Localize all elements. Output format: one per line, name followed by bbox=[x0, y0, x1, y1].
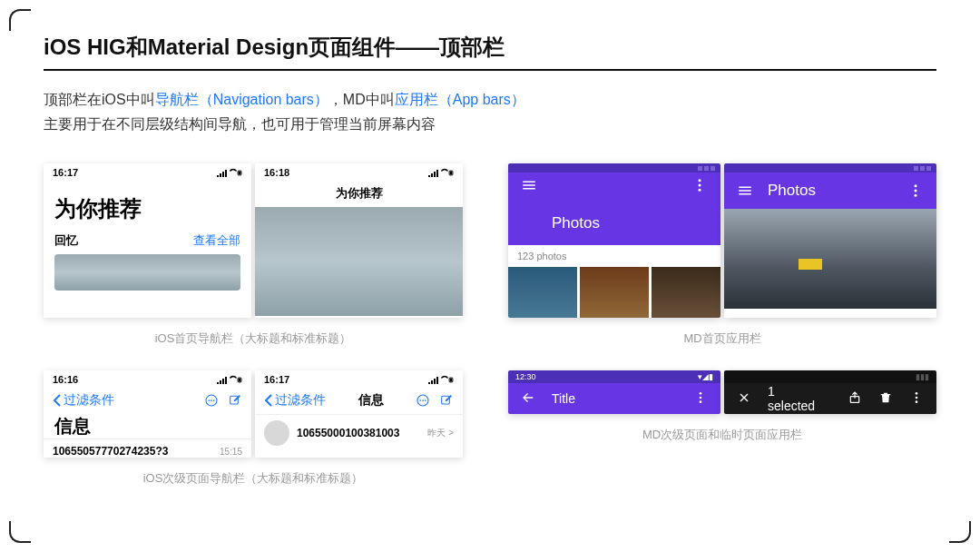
ios-home-caption: iOS首页导航栏（大标题和标准标题） bbox=[44, 330, 463, 347]
status-time: 16:17 bbox=[53, 167, 78, 178]
md-sub-appbar-shot: 12:30 ▾◢▮ Title bbox=[508, 370, 720, 414]
ios-large-title-shot: 16:17 为你推荐 回忆 查看全部 bbox=[44, 163, 251, 318]
close-icon[interactable] bbox=[737, 390, 751, 408]
back-label: 过滤条件 bbox=[275, 392, 326, 409]
md-status-bar: ▮▮▮ bbox=[724, 370, 936, 383]
ios-sub-large-shot: 16:16 过滤条件 bbox=[44, 370, 251, 458]
ios-subheading: 回忆 bbox=[54, 232, 78, 249]
svg-rect-17 bbox=[442, 397, 450, 405]
status-signal-icon bbox=[428, 375, 454, 384]
overflow-icon[interactable] bbox=[909, 390, 924, 408]
overflow-icon[interactable] bbox=[907, 182, 924, 199]
more-icon[interactable] bbox=[416, 393, 430, 408]
md-status-bar bbox=[724, 163, 936, 172]
share-icon[interactable] bbox=[848, 390, 862, 408]
lead-term-appbar: 应用栏（App bars） bbox=[395, 92, 525, 107]
page-title: iOS HIG和Material Design页面组件——顶部栏 bbox=[44, 33, 936, 71]
lead-text-1: 顶部栏在iOS中叫 bbox=[44, 92, 155, 107]
svg-point-21 bbox=[915, 185, 917, 188]
svg-point-28 bbox=[916, 392, 918, 395]
appbar-title: Photos bbox=[768, 182, 816, 200]
svg-point-9 bbox=[213, 400, 215, 402]
svg-point-15 bbox=[422, 400, 424, 402]
overflow-icon[interactable] bbox=[691, 177, 708, 193]
md-sub-caption: MD次级页面和临时页面应用栏 bbox=[508, 427, 936, 443]
svg-rect-1 bbox=[239, 172, 241, 175]
ios-sub-caption: iOS次级页面导航栏（大标题和标准标题） bbox=[44, 470, 463, 487]
svg-point-25 bbox=[700, 397, 702, 399]
menu-icon[interactable] bbox=[521, 177, 537, 193]
svg-point-20 bbox=[699, 189, 701, 192]
svg-point-24 bbox=[700, 392, 702, 395]
md-sub-row: 12:30 ▾◢▮ Title ▮▮▮ 1 selected bbox=[508, 370, 936, 414]
svg-point-16 bbox=[425, 400, 426, 402]
more-icon[interactable] bbox=[204, 393, 219, 408]
message-timestamp: 昨天 > bbox=[427, 427, 454, 439]
md-status-bar: 12:30 ▾◢▮ bbox=[508, 370, 720, 383]
message-number: 10655000100381003 bbox=[297, 427, 399, 439]
status-time: 16:16 bbox=[53, 374, 78, 385]
menu-icon[interactable] bbox=[737, 182, 753, 199]
lead-text-2: ，MD中叫 bbox=[328, 92, 395, 107]
status-time: 16:17 bbox=[264, 374, 289, 385]
svg-point-14 bbox=[419, 400, 421, 402]
ios-sub-row: 16:16 过滤条件 bbox=[44, 370, 463, 458]
status-time: 12:30 bbox=[515, 372, 536, 381]
compose-icon[interactable] bbox=[228, 393, 242, 408]
appbar-title: Photos bbox=[552, 214, 600, 232]
svg-rect-3 bbox=[450, 172, 453, 175]
message-timestamp: 15:15 bbox=[220, 447, 242, 457]
back-label: 过滤条件 bbox=[64, 392, 114, 409]
md-regular-appbar-shot: Photos bbox=[724, 163, 936, 318]
compose-icon[interactable] bbox=[439, 393, 454, 408]
ios-large-title: 为你推荐 bbox=[54, 194, 240, 223]
ios-home-row: 16:17 为你推荐 回忆 查看全部 bbox=[44, 163, 463, 318]
lead-paragraph: 顶部栏在iOS中叫导航栏（Navigation bars），MD中叫应用栏（Ap… bbox=[44, 87, 936, 136]
ios-standard-title-sub: 信息 bbox=[358, 392, 384, 409]
status-signal-icon bbox=[217, 375, 242, 384]
lead-term-navbar: 导航栏（Navigation bars） bbox=[155, 92, 328, 107]
svg-point-30 bbox=[916, 400, 918, 403]
status-time: 16:18 bbox=[264, 167, 289, 178]
svg-point-19 bbox=[699, 184, 701, 187]
svg-point-26 bbox=[700, 400, 702, 403]
md-home-row: Photos 123 photos Photos bbox=[508, 163, 936, 318]
delete-icon[interactable] bbox=[878, 390, 893, 408]
md-contextual-appbar-shot: ▮▮▮ 1 selected bbox=[724, 370, 936, 414]
chevron-left-icon bbox=[264, 394, 273, 407]
chevron-left-icon bbox=[53, 394, 62, 407]
photo-placeholder bbox=[724, 209, 936, 309]
ios-standard-title: 为你推荐 bbox=[255, 180, 463, 207]
svg-point-29 bbox=[916, 397, 918, 399]
ios-sub-std-shot: 16:17 过滤条件 信息 bbox=[255, 370, 463, 458]
md-home-caption: MD首页应用栏 bbox=[508, 330, 936, 347]
avatar bbox=[264, 420, 289, 446]
selection-count: 1 selected bbox=[768, 384, 815, 413]
photo-count: 123 photos bbox=[508, 245, 720, 267]
back-arrow-icon[interactable] bbox=[521, 390, 535, 408]
svg-point-8 bbox=[211, 400, 212, 402]
md-status-bar bbox=[508, 163, 720, 172]
back-button[interactable]: 过滤条件 bbox=[264, 392, 326, 409]
ios-see-all-link[interactable]: 查看全部 bbox=[193, 232, 240, 249]
message-number: 10655057770274235?3 bbox=[53, 445, 168, 458]
svg-point-18 bbox=[699, 180, 701, 182]
ios-large-title-sub: 信息 bbox=[54, 414, 240, 439]
photo-placeholder bbox=[255, 207, 463, 316]
status-signal-icon bbox=[217, 168, 242, 177]
svg-rect-5 bbox=[239, 379, 241, 382]
svg-rect-12 bbox=[450, 379, 453, 382]
lead-text-3: 主要用于在不同层级结构间导航，也可用于管理当前屏幕内容 bbox=[44, 116, 436, 132]
overflow-icon[interactable] bbox=[693, 390, 708, 408]
status-signal-icon bbox=[428, 168, 454, 177]
md-prominent-appbar-shot: Photos 123 photos bbox=[508, 163, 720, 318]
ios-standard-title-shot: 16:18 为你推荐 bbox=[255, 163, 463, 318]
appbar-title: Title bbox=[552, 391, 575, 406]
svg-point-22 bbox=[915, 190, 917, 192]
svg-point-7 bbox=[208, 400, 210, 402]
photo-thumbs bbox=[508, 267, 720, 318]
photo-placeholder bbox=[54, 254, 240, 291]
back-button[interactable]: 过滤条件 bbox=[53, 392, 114, 409]
svg-point-23 bbox=[915, 194, 917, 197]
